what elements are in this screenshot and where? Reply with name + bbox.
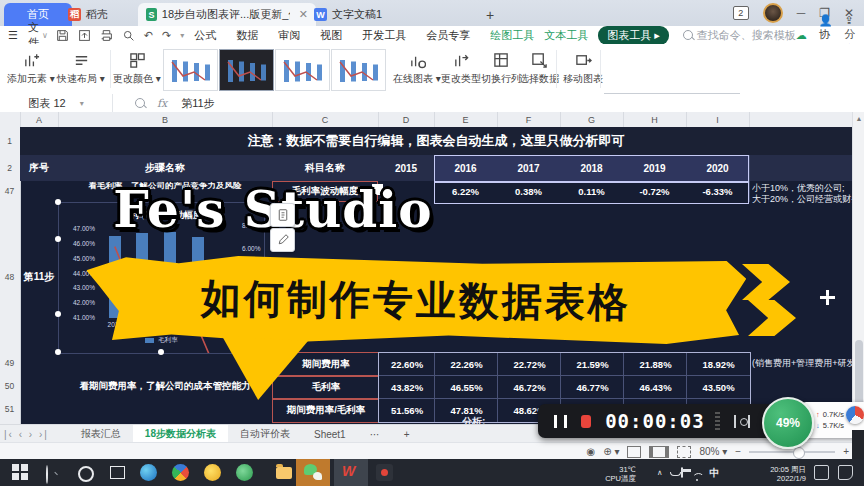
- chart-handle[interactable]: [55, 311, 61, 317]
- sheet-tab-more-icon[interactable]: ⋯: [358, 425, 392, 443]
- sheet-tab-summary[interactable]: 报表汇总: [69, 425, 133, 443]
- command-search[interactable]: 查找命令、搜索模板: [683, 28, 796, 43]
- cell-row50-value[interactable]: 46.55%: [434, 375, 499, 400]
- zoom-level[interactable]: 80% ▾: [699, 446, 727, 457]
- column-header-D[interactable]: D: [378, 112, 435, 127]
- tab-docer[interactable]: 稻 稻壳: [60, 3, 116, 26]
- yellow-app-icon[interactable]: [204, 464, 221, 481]
- wps-taskbar-highlight[interactable]: W: [334, 459, 368, 486]
- menu-member[interactable]: 会员专享: [426, 28, 470, 43]
- tab-spreadsheet-doc[interactable]: S 18步自动图表评...版更新_伟星新材 ✕: [138, 3, 316, 26]
- screen-recorder-bar[interactable]: 00:00:03: [538, 404, 774, 438]
- screenshot-icon[interactable]: [734, 415, 750, 428]
- online-charts-button[interactable]: 在线图表 ▾: [392, 47, 442, 91]
- chart-quick-data-button[interactable]: [270, 203, 295, 227]
- stop-record-icon[interactable]: [581, 415, 591, 428]
- eye-protect-icon[interactable]: ◉: [587, 446, 596, 457]
- edge-browser-icon[interactable]: [140, 464, 157, 481]
- zoom-formula-icon[interactable]: [135, 98, 145, 108]
- green-app-icon[interactable]: [236, 464, 253, 481]
- column-header-C[interactable]: C: [272, 112, 379, 127]
- page-break-icon[interactable]: [677, 446, 691, 458]
- battery-icon[interactable]: [681, 468, 683, 477]
- cortana-icon[interactable]: [78, 466, 94, 482]
- column-header-A[interactable]: A: [20, 112, 59, 127]
- cell-mode-icon[interactable]: ⊕ ▾: [603, 446, 619, 457]
- add-element-button[interactable]: 添加元素 ▾: [8, 47, 54, 91]
- ime-indicator[interactable]: 中: [710, 466, 720, 480]
- file-explorer-icon[interactable]: [276, 464, 293, 481]
- cloud-sync-icon[interactable]: ☁: [796, 29, 807, 42]
- menu-devtools[interactable]: 开发工具: [362, 28, 406, 43]
- add-sheet-button[interactable]: +: [392, 425, 422, 443]
- export-icon[interactable]: [78, 29, 91, 42]
- chart-handle[interactable]: [55, 236, 61, 242]
- change-colors-button[interactable]: 更改颜色 ▾: [114, 47, 160, 91]
- scroll-up-icon[interactable]: ▲: [853, 112, 864, 126]
- cell-row50-value[interactable]: 46.43%: [623, 375, 688, 400]
- menu-chart-tools-active[interactable]: 图表工具 ▸: [598, 26, 669, 45]
- cell-a48-step-label[interactable]: 第11步: [20, 202, 58, 352]
- cell-c51[interactable]: 期间费用率/毛利率: [272, 398, 380, 423]
- column-header-E[interactable]: E: [434, 112, 498, 127]
- chart-style-thumbnail[interactable]: [219, 49, 274, 91]
- sheet-tab-analysis-active[interactable]: 18步数据分析表: [133, 425, 228, 443]
- select-all-corner[interactable]: [0, 112, 21, 127]
- sheet-nav-arrows[interactable]: |‹ ‹ › ›|: [4, 429, 49, 440]
- name-box-dropdown-icon[interactable]: ▾: [80, 99, 84, 108]
- page-layout-icon[interactable]: [649, 446, 669, 458]
- cell-row50-value[interactable]: 43.82%: [378, 375, 436, 400]
- window-layers-icon[interactable]: 2: [733, 6, 749, 20]
- cell-row49-value[interactable]: 22.60%: [378, 352, 436, 377]
- menu-review[interactable]: 审阅: [278, 28, 300, 43]
- menu-view[interactable]: 视图: [320, 28, 342, 43]
- row-header-50[interactable]: 50: [0, 375, 19, 398]
- column-header-B[interactable]: B: [58, 112, 273, 127]
- cell-row50-value[interactable]: 46.72%: [497, 375, 562, 400]
- preview-icon[interactable]: [122, 29, 135, 42]
- quick-layout-button[interactable]: 快速布局 ▾: [58, 47, 104, 91]
- performance-ball-widget[interactable]: 49%: [762, 397, 814, 449]
- taskbar-search-icon[interactable]: [46, 466, 63, 483]
- save-icon[interactable]: [56, 29, 69, 42]
- task-view-icon[interactable]: [110, 466, 125, 479]
- start-button[interactable]: [12, 464, 29, 481]
- chart-handle[interactable]: [55, 199, 61, 205]
- cell-row50-value[interactable]: 46.77%: [560, 375, 625, 400]
- chart-style-thumbnail[interactable]: [275, 49, 330, 91]
- cell-row49-value[interactable]: 22.26%: [434, 352, 499, 377]
- assistant-ball-icon[interactable]: [846, 406, 864, 424]
- notification-tray-icon[interactable]: [838, 465, 853, 480]
- row-header-49[interactable]: 49: [0, 352, 19, 375]
- sheet-tab-evaluation[interactable]: 自动评价表: [228, 425, 302, 443]
- cell-row50-value[interactable]: 43.50%: [686, 375, 751, 400]
- formula-input[interactable]: 第11步: [181, 96, 214, 111]
- print-icon[interactable]: [100, 29, 113, 42]
- column-headers[interactable]: ABCDEFGHI: [0, 112, 864, 128]
- header-subject-name[interactable]: 科目名称: [272, 155, 378, 181]
- menu-drawing-tools[interactable]: 绘图工具: [490, 28, 534, 43]
- scrollbar-thumb[interactable]: [855, 340, 863, 406]
- cell-row49-value[interactable]: 21.88%: [623, 352, 688, 377]
- zoom-out-button[interactable]: −: [735, 446, 741, 457]
- hidden-icons-chevron[interactable]: ∧: [657, 468, 663, 477]
- hamburger-menu-icon[interactable]: ☰: [8, 29, 18, 42]
- cell-row49-value[interactable]: 18.92%: [686, 352, 751, 377]
- header-seq[interactable]: 序号: [20, 155, 58, 181]
- row-header-47[interactable]: 47: [0, 181, 19, 202]
- column-header-H[interactable]: H: [623, 112, 687, 127]
- cell-row51-value[interactable]: 51.56%: [378, 398, 436, 423]
- pause-icon[interactable]: [554, 415, 567, 428]
- chart-handle[interactable]: [158, 349, 164, 355]
- cpu-temp-tray[interactable]: 31℃CPU温度: [588, 459, 636, 486]
- row-header-48[interactable]: 48: [0, 202, 19, 352]
- redo-icon[interactable]: ↷: [162, 29, 171, 42]
- name-box[interactable]: 图表 12▾: [0, 94, 113, 112]
- pinwheel-app-icon[interactable]: [168, 460, 192, 484]
- banner-row[interactable]: 注意：数据不需要自行编辑，图表会自动生成，这里只做分析即可: [20, 127, 852, 155]
- user-avatar[interactable]: [763, 3, 783, 23]
- wechat-taskbar-highlight[interactable]: [296, 459, 330, 486]
- notes-tray-icon[interactable]: [814, 465, 829, 480]
- cell-c50[interactable]: 毛利率: [272, 375, 380, 400]
- clock-tray[interactable]: 20:05 周日2022/1/9: [760, 459, 806, 486]
